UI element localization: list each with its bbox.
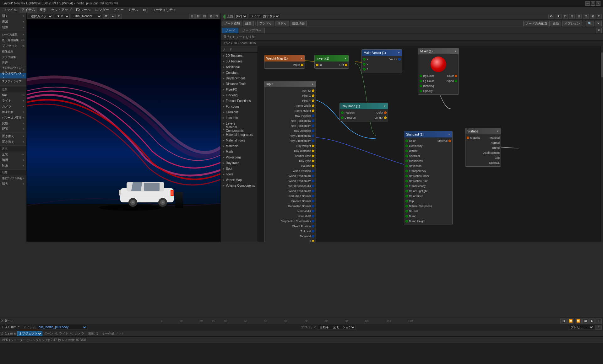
input-pertnorm-port[interactable]	[312, 195, 314, 197]
sidebar-btn-assist[interactable]: その場でアシスト▼	[0, 73, 26, 78]
node-cat-3d[interactable]: ▶3D Textures	[221, 58, 258, 64]
standard-menu[interactable]: ▼	[448, 133, 450, 136]
raytrace-menu[interactable]: ▼	[383, 105, 386, 108]
mv-z-port[interactable]	[363, 68, 366, 71]
mixer-color-port[interactable]	[455, 75, 457, 77]
node-cat-matcomp[interactable]: ▶Material Components	[221, 126, 258, 132]
invert-menu[interactable]: ▼	[344, 57, 347, 60]
wireframe-select[interactable]: ワイヤー面非表示	[249, 14, 280, 19]
node-cat-additional[interactable]: ▶Additional	[221, 64, 258, 70]
sidebar-btn-replace1[interactable]: 置き換え▼	[0, 133, 26, 139]
node-canvas[interactable]: Weight Map (1) ▼ Value	[258, 46, 603, 242]
close-button[interactable]: ✕	[596, 1, 600, 6]
input-raytype-port[interactable]	[312, 160, 314, 162]
menu-transform[interactable]: 変形	[38, 7, 48, 13]
node-cat-gradient[interactable]: ▶Gradient	[221, 109, 258, 115]
surf-mat-in[interactable]	[467, 136, 469, 139]
sidebar-btn-null[interactable]: Null^N	[0, 92, 26, 98]
sidebar-btn-studio[interactable]: スタジオライブ	[0, 78, 26, 84]
node-cat-distance[interactable]: ▶Distance Tools	[221, 81, 258, 87]
node-cat-volume[interactable]: ▶Volume Components	[221, 183, 258, 188]
item-select[interactable]: car_inertia_plus.body	[37, 325, 87, 330]
vp-icon-5[interactable]: □	[214, 14, 219, 19]
node-cat-displacement[interactable]: ▶Displacement	[221, 75, 258, 81]
play-end-btn[interactable]: ⏭	[582, 318, 589, 324]
node-cat-raytrace[interactable]: ▶RayTrace	[221, 160, 258, 166]
node-search-icon[interactable]: 🔍	[586, 21, 594, 26]
maximize-button[interactable]: □	[591, 1, 595, 6]
node-tb-x-icon[interactable]: ✕	[595, 21, 602, 26]
std-refl[interactable]	[405, 165, 408, 167]
input-raydist-port[interactable]	[312, 150, 314, 152]
mixer-blend-port[interactable]	[420, 85, 422, 87]
std-transluc[interactable]	[405, 185, 408, 187]
top-vp-icon6[interactable]: ⊡	[583, 14, 589, 19]
invert-in-port[interactable]	[316, 64, 318, 66]
play-btn[interactable]: ▶	[589, 318, 595, 324]
input-wpdu-port[interactable]	[312, 185, 314, 187]
node-cat-math[interactable]: ▶Math	[221, 149, 258, 154]
sidebar-btn-graph[interactable]: グラフ編集	[0, 54, 26, 60]
node-cat-tools[interactable]: ▶Tools	[221, 171, 258, 177]
mv-vector-port[interactable]	[398, 58, 401, 61]
expand-icon[interactable]: □	[117, 14, 122, 19]
std-clip[interactable]	[405, 200, 408, 202]
surface-menu[interactable]: ▼	[497, 130, 499, 133]
node-options-btn[interactable]: オプション	[562, 21, 582, 26]
sidebar-btn-replace2[interactable]: 置き換え▼	[0, 139, 26, 145]
tab-node[interactable]: ノード	[222, 28, 238, 33]
sidebar-btn-scene-edit[interactable]: シーン編集▼	[0, 32, 26, 37]
menu-file[interactable]: ファイル	[1, 7, 19, 13]
rt-dir-port[interactable]	[341, 116, 344, 119]
mixer-node[interactable]: Mixer (1) ▼ Bg Color Color	[418, 48, 459, 95]
std-trans[interactable]	[405, 170, 408, 172]
play-back-btn[interactable]: ⏪	[567, 318, 574, 324]
std-colfilt[interactable]	[405, 195, 408, 197]
input-geonorm-port[interactable]	[312, 205, 314, 207]
menu-io[interactable]: I/O	[141, 8, 149, 13]
input-fheight-port[interactable]	[312, 110, 314, 112]
menu-utility[interactable]: ユーティリティ	[150, 7, 178, 13]
menu-setup[interactable]: セットアップ	[49, 7, 73, 13]
input-pixelx-port[interactable]	[312, 94, 314, 97]
top-view-select[interactable]: (XZ)	[234, 14, 247, 19]
node-cat-fiberfx[interactable]: ▶FiberFX	[221, 87, 258, 92]
vp-icon-4[interactable]: ⊠	[208, 14, 214, 19]
node-cat-functions[interactable]: ▶Functions	[221, 104, 258, 109]
invert-node[interactable]: Invert (1) ▼ In Out	[314, 55, 349, 69]
input-toworld-port[interactable]	[312, 235, 314, 238]
std-spec[interactable]	[405, 155, 408, 157]
input-raydirdx-port[interactable]	[312, 135, 314, 137]
vpr-select[interactable]: ▼ VPR	[54, 14, 70, 19]
sidebar-btn-all[interactable]: 全て^A	[0, 152, 26, 157]
input-normdv-port[interactable]	[312, 215, 314, 217]
play-fwd-btn[interactable]: ⏩	[575, 318, 582, 324]
weight-map-value-port[interactable]	[301, 64, 303, 66]
input-raywt-port[interactable]	[312, 145, 314, 147]
std-bumpht[interactable]	[405, 220, 408, 222]
vp-icon-2[interactable]: ⊟	[195, 14, 201, 19]
autokey-select[interactable]: 自動キー 全モーションチャン	[318, 325, 356, 330]
weight-map-node[interactable]: Weight Map (1) ▼ Value	[264, 55, 305, 69]
sidebar-btn-select-delete[interactable]: 選択アイテム消去▼	[0, 175, 26, 181]
sidebar-btn-morph[interactable]: 変型▼	[0, 120, 26, 126]
invert-out-port[interactable]	[345, 64, 347, 66]
minimize-button[interactable]: —	[585, 1, 590, 6]
top-vp-icon5[interactable]: ⊟	[576, 14, 582, 19]
node-panel-toggle[interactable]: ▼	[596, 28, 602, 33]
node-add-btn[interactable]: ノード追加	[222, 21, 242, 26]
viewport-canvas[interactable]	[27, 19, 220, 242]
preview-select[interactable]: プレビュー	[569, 325, 594, 330]
std-bump[interactable]	[405, 215, 408, 217]
input-wpdy-port[interactable]	[312, 180, 314, 182]
menu-item[interactable]: アイテム	[19, 7, 37, 13]
top-vp-icon8[interactable]: □	[597, 14, 602, 19]
mixer-opacity-port[interactable]	[420, 90, 422, 92]
node-clear-btn[interactable]: 履歴消去	[290, 21, 307, 26]
node-cat-vertexmap[interactable]: ▶Vertex Map	[221, 177, 258, 183]
top-vp-icon3[interactable]: □	[563, 14, 568, 19]
input-u-port[interactable]	[312, 240, 314, 242]
node-reconnect-btn[interactable]: ノードの再配置	[523, 21, 550, 26]
node-cat-spot[interactable]: ▶Spot	[221, 166, 258, 171]
mixer-bg-port[interactable]	[420, 75, 422, 77]
